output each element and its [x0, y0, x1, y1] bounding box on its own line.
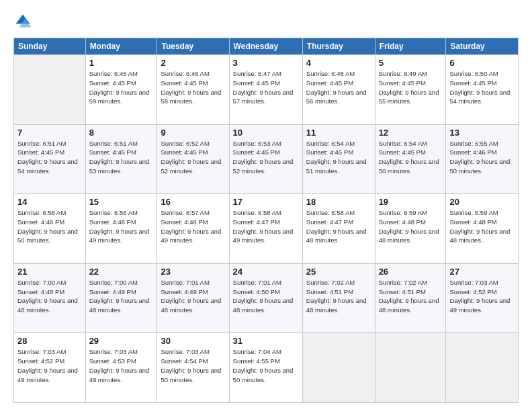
cell-sunset: Sunset: 4:45 PM — [17, 148, 64, 156]
calendar-cell — [446, 333, 519, 403]
cell-info: Sunrise: 7:00 AMSunset: 4:48 PMDaylight:… — [17, 278, 82, 315]
calendar-weekday-friday: Friday — [375, 38, 446, 55]
calendar-week-4: 21Sunrise: 7:00 AMSunset: 4:48 PMDayligh… — [14, 263, 519, 333]
cell-sunrise: Sunrise: 6:46 AM — [161, 70, 209, 77]
calendar-cell: 15Sunrise: 6:56 AMSunset: 4:46 PMDayligh… — [85, 194, 157, 264]
calendar-weekday-tuesday: Tuesday — [157, 38, 229, 55]
calendar-cell: 16Sunrise: 6:57 AMSunset: 4:46 PMDayligh… — [157, 194, 229, 264]
cell-sunset: Sunset: 4:45 PM — [161, 148, 208, 156]
cell-day-number: 14 — [17, 197, 82, 207]
calendar-cell: 29Sunrise: 7:03 AMSunset: 4:53 PMDayligh… — [85, 333, 157, 403]
cell-sunrise: Sunrise: 6:49 AM — [379, 70, 427, 77]
cell-day-number: 10 — [233, 128, 299, 138]
cell-daylight: Daylight: 9 hours and 50 minutes. — [449, 158, 510, 175]
cell-info: Sunrise: 6:45 AMSunset: 4:45 PMDaylight:… — [89, 69, 154, 106]
cell-info: Sunrise: 6:54 AMSunset: 4:45 PMDaylight:… — [379, 139, 443, 176]
calendar-cell: 31Sunrise: 7:04 AMSunset: 4:55 PMDayligh… — [229, 333, 302, 403]
cell-sunrise: Sunrise: 7:03 AM — [17, 348, 66, 355]
cell-info: Sunrise: 7:03 AMSunset: 4:54 PMDaylight:… — [161, 347, 225, 384]
cell-daylight: Daylight: 9 hours and 50 minutes. — [379, 158, 439, 175]
cell-sunset: Sunset: 4:45 PM — [233, 148, 280, 156]
cell-sunset: Sunset: 4:52 PM — [449, 288, 496, 295]
cell-sunrise: Sunrise: 7:01 AM — [161, 279, 209, 286]
cell-sunset: Sunset: 4:45 PM — [161, 79, 208, 87]
cell-sunset: Sunset: 4:48 PM — [379, 218, 426, 226]
calendar-weekday-monday: Monday — [85, 38, 157, 55]
cell-day-number: 21 — [17, 267, 82, 277]
cell-day-number: 30 — [161, 336, 225, 346]
cell-sunrise: Sunrise: 7:03 AM — [449, 279, 498, 286]
cell-daylight: Daylight: 9 hours and 50 minutes. — [233, 367, 294, 383]
cell-info: Sunrise: 6:50 AMSunset: 4:45 PMDaylight:… — [449, 69, 515, 106]
cell-sunrise: Sunrise: 7:02 AM — [306, 279, 355, 286]
cell-info: Sunrise: 6:55 AMSunset: 4:46 PMDaylight:… — [449, 139, 515, 176]
cell-daylight: Daylight: 9 hours and 54 minutes. — [449, 89, 510, 105]
cell-info: Sunrise: 6:57 AMSunset: 4:46 PMDaylight:… — [161, 208, 225, 245]
cell-sunrise: Sunrise: 6:59 AM — [379, 209, 427, 216]
calendar-week-5: 28Sunrise: 7:03 AMSunset: 4:52 PMDayligh… — [14, 333, 519, 403]
cell-sunrise: Sunrise: 6:47 AM — [233, 70, 281, 77]
calendar-cell: 25Sunrise: 7:02 AMSunset: 4:51 PMDayligh… — [302, 263, 375, 333]
cell-day-number: 26 — [379, 267, 443, 277]
cell-day-number: 28 — [17, 336, 82, 346]
calendar-cell: 23Sunrise: 7:01 AMSunset: 4:49 PMDayligh… — [157, 263, 229, 333]
cell-sunset: Sunset: 4:46 PM — [161, 218, 208, 226]
logo-icon — [13, 12, 32, 31]
header — [13, 12, 519, 31]
calendar-cell: 20Sunrise: 6:59 AMSunset: 4:48 PMDayligh… — [446, 194, 519, 264]
cell-daylight: Daylight: 9 hours and 48 minutes. — [449, 228, 510, 244]
cell-info: Sunrise: 7:01 AMSunset: 4:49 PMDaylight:… — [161, 278, 225, 315]
cell-daylight: Daylight: 9 hours and 48 minutes. — [379, 297, 439, 314]
cell-sunrise: Sunrise: 6:53 AM — [233, 140, 281, 147]
cell-day-number: 11 — [306, 128, 371, 138]
cell-daylight: Daylight: 9 hours and 48 minutes. — [17, 297, 78, 314]
calendar-cell — [14, 55, 86, 125]
cell-day-number: 25 — [306, 267, 371, 277]
calendar-cell: 30Sunrise: 7:03 AMSunset: 4:54 PMDayligh… — [157, 333, 229, 403]
calendar-cell — [375, 333, 446, 403]
cell-day-number: 5 — [379, 58, 443, 68]
cell-info: Sunrise: 7:02 AMSunset: 4:51 PMDaylight:… — [306, 278, 371, 315]
cell-sunrise: Sunrise: 7:00 AM — [17, 279, 66, 286]
cell-day-number: 18 — [306, 197, 371, 207]
cell-sunset: Sunset: 4:54 PM — [161, 357, 208, 365]
calendar-weekday-sunday: Sunday — [14, 38, 86, 55]
calendar-cell: 19Sunrise: 6:59 AMSunset: 4:48 PMDayligh… — [375, 194, 446, 264]
calendar-weekday-thursday: Thursday — [302, 38, 375, 55]
cell-sunrise: Sunrise: 6:57 AM — [161, 209, 209, 216]
calendar-cell: 24Sunrise: 7:01 AMSunset: 4:50 PMDayligh… — [229, 263, 302, 333]
cell-sunrise: Sunrise: 7:03 AM — [89, 348, 138, 355]
cell-info: Sunrise: 7:00 AMSunset: 4:49 PMDaylight:… — [89, 278, 154, 315]
cell-sunset: Sunset: 4:53 PM — [89, 357, 136, 365]
cell-day-number: 6 — [449, 58, 515, 68]
calendar-cell: 5Sunrise: 6:49 AMSunset: 4:45 PMDaylight… — [375, 55, 446, 125]
cell-info: Sunrise: 7:02 AMSunset: 4:51 PMDaylight:… — [379, 278, 443, 315]
calendar-cell: 22Sunrise: 7:00 AMSunset: 4:49 PMDayligh… — [85, 263, 157, 333]
cell-sunset: Sunset: 4:45 PM — [89, 79, 136, 87]
cell-day-number: 8 — [89, 128, 154, 138]
cell-sunrise: Sunrise: 6:54 AM — [306, 140, 355, 147]
calendar-header-row: SundayMondayTuesdayWednesdayThursdayFrid… — [14, 38, 519, 55]
cell-info: Sunrise: 6:56 AMSunset: 4:46 PMDaylight:… — [89, 208, 154, 245]
cell-day-number: 22 — [89, 267, 154, 277]
cell-daylight: Daylight: 9 hours and 49 minutes. — [449, 297, 510, 314]
cell-day-number: 7 — [17, 128, 82, 138]
calendar-cell: 18Sunrise: 6:58 AMSunset: 4:47 PMDayligh… — [302, 194, 375, 264]
cell-sunset: Sunset: 4:52 PM — [17, 357, 64, 365]
cell-sunrise: Sunrise: 6:52 AM — [161, 140, 209, 147]
logo — [13, 12, 35, 31]
cell-day-number: 27 — [449, 267, 515, 277]
cell-daylight: Daylight: 9 hours and 50 minutes. — [161, 367, 221, 383]
calendar-cell: 7Sunrise: 6:51 AMSunset: 4:45 PMDaylight… — [14, 124, 86, 194]
cell-sunrise: Sunrise: 6:50 AM — [449, 70, 498, 77]
cell-info: Sunrise: 6:58 AMSunset: 4:47 PMDaylight:… — [306, 208, 371, 245]
cell-sunrise: Sunrise: 7:03 AM — [161, 348, 209, 355]
cell-sunrise: Sunrise: 6:58 AM — [306, 209, 355, 216]
cell-day-number: 15 — [89, 197, 154, 207]
cell-daylight: Daylight: 9 hours and 49 minutes. — [89, 228, 150, 244]
calendar-cell: 6Sunrise: 6:50 AMSunset: 4:45 PMDaylight… — [446, 55, 519, 125]
calendar-weekday-saturday: Saturday — [446, 38, 519, 55]
cell-daylight: Daylight: 9 hours and 54 minutes. — [17, 158, 78, 175]
cell-daylight: Daylight: 9 hours and 49 minutes. — [89, 367, 150, 383]
calendar-weekday-wednesday: Wednesday — [229, 38, 302, 55]
